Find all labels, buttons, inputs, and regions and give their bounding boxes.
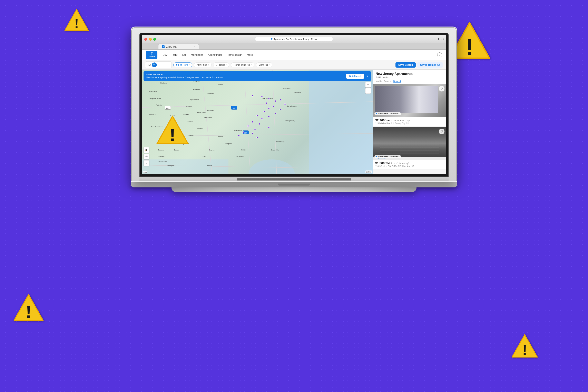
keyboard-area <box>140 176 448 181</box>
zoom-out-button[interactable]: − <box>365 88 371 94</box>
map-pin[interactable] <box>268 116 270 118</box>
listing-heart-1[interactable]: ♡ <box>439 86 444 92</box>
map-pin[interactable] <box>284 103 286 105</box>
more-map-chevron: › <box>364 72 364 74</box>
nav-right: ? <box>437 52 442 57</box>
any-price-label: Any Price <box>196 64 207 66</box>
nav-rent[interactable]: Rent <box>170 52 179 58</box>
map-pin[interactable] <box>280 99 281 101</box>
address-bar[interactable]: Z Apartments For Rent in New Jersey | Zi… <box>255 37 333 41</box>
more-map-button[interactable]: More Map › <box>354 72 364 74</box>
map-pin[interactable] <box>268 126 270 128</box>
help-button[interactable]: ? <box>437 52 442 57</box>
map-label-drexelhill: Drexel Hill <box>204 116 212 118</box>
listing-price-1: $2,200/mo 4 bds · 4 ba · -- sqft <box>375 118 444 122</box>
draw-button[interactable]: ✏ <box>144 160 149 166</box>
nav-more[interactable]: More <box>245 52 255 58</box>
any-price-chevron: ▾ <box>208 64 209 66</box>
map-label-schuylkill: Schuylkill Haven <box>149 98 161 100</box>
filter-home-type[interactable]: Home Type (2) ▾ <box>231 62 254 68</box>
screen-bezel: Z Apartments For Rent in New Jersey | Zi… <box>140 33 448 176</box>
results-sort: Verified Source Newest <box>376 80 443 83</box>
get-started-button[interactable]: Get Started <box>346 74 364 78</box>
map-pin[interactable] <box>280 108 281 110</box>
browser-tab[interactable]: Z Zillow, Inc. × <box>158 44 199 50</box>
warning-triangle-bottom-right <box>510 333 539 359</box>
map-pin[interactable] <box>259 123 260 125</box>
nav-agent-finder[interactable]: Agent finder <box>206 52 224 58</box>
map-pin[interactable] <box>252 95 253 96</box>
save-search-button[interactable]: Save Search <box>396 62 416 68</box>
map-pin[interactable] <box>268 108 270 109</box>
map-pin[interactable] <box>264 111 265 112</box>
saved-homes-button[interactable]: Saved Homes (0) <box>417 62 443 68</box>
nav-mortgages[interactable]: Mortgages <box>189 52 206 58</box>
map-label-newbrunswick: New Brunswick <box>262 98 273 100</box>
map-pin[interactable] <box>256 115 258 116</box>
resize-icon[interactable]: ⬡ <box>442 38 444 41</box>
tab-favicon: Z <box>162 45 164 48</box>
search-button[interactable]: 🔍 <box>152 62 157 68</box>
listing-heart-2[interactable]: ♡ <box>439 128 444 134</box>
map-label-hempstead: Hempstead <box>282 88 291 89</box>
map-pin[interactable] <box>261 118 263 120</box>
map-label-oceancity: Ocean City <box>271 149 279 151</box>
search-input-area[interactable]: NJ 🔍 <box>145 62 172 68</box>
nav-links: Buy Rent Sell Mortgages Agent finder Hom… <box>161 52 255 58</box>
map-pin[interactable] <box>275 100 276 102</box>
map-label-baltimore: Baltimore <box>158 155 165 157</box>
sort-verified[interactable]: Verified Source <box>376 80 391 82</box>
map-label-dover: Dover <box>202 155 206 157</box>
notification-banner: Don't miss out! New homes are getting ad… <box>144 71 371 81</box>
map-pin[interactable] <box>247 125 249 127</box>
listing-card-2[interactable]: ♡ APARTMENT FOR RENT 11 minutes ago $1,5… <box>373 127 446 169</box>
notification-close-button[interactable]: × <box>366 74 368 78</box>
laptop-body: Z Apartments For Rent in New Jersey | Zi… <box>131 26 457 182</box>
listing-image-2: ♡ APARTMENT FOR RENT 11 minutes ago <box>373 127 446 160</box>
map-pin[interactable] <box>252 132 253 134</box>
building-image <box>373 127 446 160</box>
nav-sell[interactable]: Sell <box>180 52 188 58</box>
nav-home-design[interactable]: Home design <box>224 52 244 58</box>
listing-info-1: $2,200/mo 4 bds · 4 ba · -- sqft 115 Win… <box>373 117 446 126</box>
tab-close-button[interactable]: × <box>194 45 196 48</box>
sort-newest[interactable]: Newest <box>394 80 401 83</box>
svg-rect-2 <box>309 70 372 174</box>
map-pin[interactable] <box>272 105 274 107</box>
close-button[interactable] <box>144 38 147 41</box>
share-icon[interactable]: ⬆ <box>438 38 440 41</box>
map-pin[interactable] <box>254 128 256 130</box>
search-bar: NJ 🔍 For Rent ▾ Any Price ▾ 0+ Beds <box>142 60 446 70</box>
filter-beds[interactable]: 0+ Beds ▾ <box>213 62 229 68</box>
filter-any-price[interactable]: Any Price ▾ <box>194 62 212 68</box>
map-pin[interactable] <box>266 102 267 104</box>
more-label: More (1) <box>259 64 268 66</box>
map-pin[interactable] <box>261 96 263 98</box>
map-label-pottsville: Pottsville <box>156 104 162 106</box>
school-filter-button[interactable]: 🎓 <box>144 147 149 153</box>
laptop-base <box>131 182 457 188</box>
for-rent-chevron: ▾ <box>189 64 190 66</box>
map-pin[interactable] <box>268 98 270 100</box>
zoom-in-button[interactable]: + <box>365 82 371 88</box>
listing-card-1[interactable]: ♡ APARTMENT FOR RENT $2,200/mo <box>373 84 446 126</box>
map-pin[interactable] <box>238 135 240 136</box>
map-pin[interactable] <box>256 137 258 138</box>
filter-more[interactable]: More (1) ▾ <box>256 62 272 68</box>
address-favicon: Z <box>271 38 272 40</box>
maximize-button[interactable] <box>153 38 156 41</box>
map-label-longbranch: Long Branch <box>287 105 296 107</box>
map-pin[interactable] <box>242 132 244 133</box>
listing-price-2: $1,500/mo 1 bd · 1 ba · -- sqft <box>375 161 444 165</box>
filter-for-rent[interactable]: For Rent ▾ <box>173 62 192 68</box>
laptop-stand <box>172 188 416 192</box>
minimize-button[interactable] <box>149 38 152 41</box>
map-label-millville: Millville <box>241 149 246 151</box>
map-view-button[interactable]: 🗺 <box>144 154 149 160</box>
nav-buy[interactable]: Buy <box>161 52 169 58</box>
map-pin[interactable] <box>275 113 276 114</box>
map-label-allentown: Allentown <box>193 88 200 90</box>
map-label-lebanon: Lebanon <box>186 105 192 107</box>
zillow-logo[interactable]: Z zillow <box>146 51 158 59</box>
map-pin[interactable] <box>252 121 253 123</box>
